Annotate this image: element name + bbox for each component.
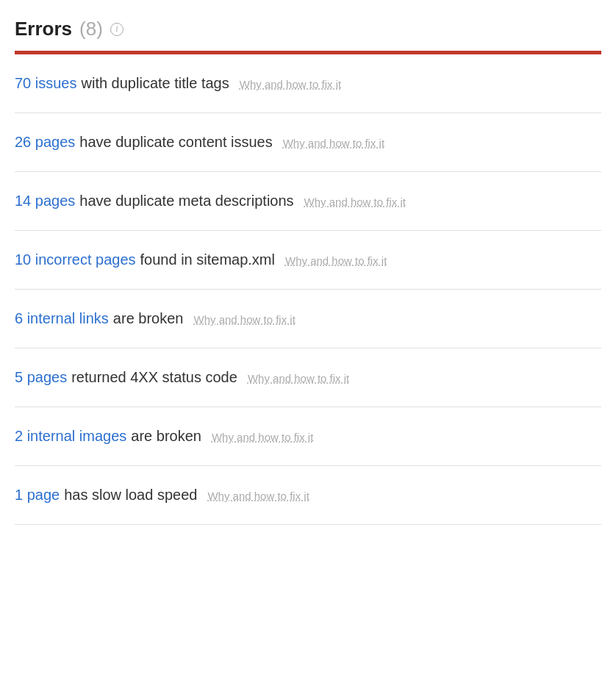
- error-highlight-2: 14 pages: [15, 193, 75, 210]
- fix-link-4[interactable]: Why and how to fix it: [193, 313, 295, 326]
- error-description-5: returned 4XX status code: [71, 369, 237, 386]
- error-item: 1 pagehas slow load speedWhy and how to …: [15, 466, 601, 525]
- error-description-3: found in sitemap.xml: [140, 251, 275, 268]
- fix-link-3[interactable]: Why and how to fix it: [285, 254, 387, 267]
- error-item: 10 incorrect pagesfound in sitemap.xmlWh…: [15, 231, 601, 290]
- error-item: 6 internal linksare brokenWhy and how to…: [15, 290, 601, 348]
- errors-container: Errors (8) i 70 issueswith duplicate tit…: [0, 0, 616, 525]
- fix-link-6[interactable]: Why and how to fix it: [212, 431, 313, 443]
- error-highlight-6: 2 internal images: [15, 428, 126, 445]
- error-highlight-1: 26 pages: [15, 134, 75, 151]
- error-description-6: are broken: [131, 428, 201, 445]
- fix-link-2[interactable]: Why and how to fix it: [304, 196, 406, 208]
- error-highlight-0: 70 issues: [15, 75, 77, 92]
- error-item: 14 pageshave duplicate meta descriptions…: [15, 172, 601, 231]
- error-description-4: are broken: [113, 310, 184, 327]
- error-description-7: has slow load speed: [64, 487, 197, 504]
- fix-link-5[interactable]: Why and how to fix it: [248, 372, 349, 384]
- error-item: 5 pagesreturned 4XX status codeWhy and h…: [15, 348, 601, 407]
- error-item: 26 pageshave duplicate content issuesWhy…: [15, 113, 601, 172]
- fix-link-1[interactable]: Why and how to fix it: [283, 137, 384, 149]
- error-item: 70 issueswith duplicate title tagsWhy an…: [15, 54, 601, 113]
- error-description-0: with duplicate title tags: [82, 75, 229, 92]
- info-icon[interactable]: i: [110, 23, 123, 36]
- error-count-badge: (8): [79, 18, 103, 40]
- error-highlight-7: 1 page: [15, 487, 60, 504]
- section-header: Errors (8) i: [15, 18, 601, 40]
- error-highlight-3: 10 incorrect pages: [15, 251, 136, 268]
- error-list: 70 issueswith duplicate title tagsWhy an…: [15, 54, 601, 525]
- error-description-2: have duplicate meta descriptions: [79, 193, 293, 210]
- fix-link-0[interactable]: Why and how to fix it: [240, 78, 341, 90]
- fix-link-7[interactable]: Why and how to fix it: [207, 490, 309, 502]
- error-description-1: have duplicate content issues: [79, 134, 272, 151]
- error-highlight-4: 6 internal links: [15, 310, 109, 327]
- section-title: Errors: [15, 18, 72, 40]
- error-highlight-5: 5 pages: [15, 369, 67, 386]
- error-item: 2 internal imagesare brokenWhy and how t…: [15, 407, 601, 466]
